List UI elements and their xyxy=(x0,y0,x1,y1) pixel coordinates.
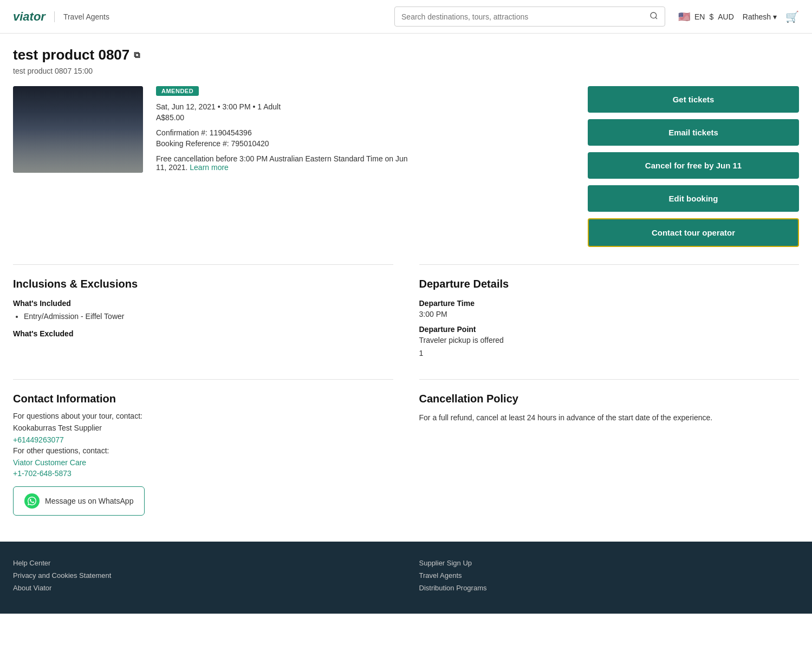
for-tour-text: For questions about your tour, contact: xyxy=(13,412,393,420)
svg-point-0 xyxy=(651,12,657,18)
footer: Help Center Privacy and Cookies Statemen… xyxy=(0,542,812,614)
confirmation-number: Confirmation #: 1190454396 xyxy=(156,128,575,137)
page-title-area: test product 0807 ⧉ xyxy=(13,47,799,63)
language-label: EN xyxy=(694,12,705,21)
excluded-label: What's Excluded xyxy=(13,329,393,338)
flag-icon: 🇺🇸 xyxy=(678,11,690,23)
action-buttons: Get tickets Email tickets Cancel for fre… xyxy=(588,86,799,247)
cart-icon[interactable]: 🛒 xyxy=(785,10,799,23)
main-content: test product 0807 ⧉ test product 0807 15… xyxy=(0,34,812,516)
info-grid: Inclusions & Exclusions What's Included … xyxy=(13,264,799,362)
booking-date: Sat, Jun 12, 2021 • 3:00 PM • 1 Adult xyxy=(156,102,575,111)
user-menu[interactable]: Rathesh ▾ xyxy=(743,12,777,21)
header-right: 🇺🇸 EN $ AUD Rathesh ▾ 🛒 xyxy=(678,10,799,23)
booking-image xyxy=(13,86,143,173)
booking-section: AMENDED Sat, Jun 12, 2021 • 3:00 PM • 1 … xyxy=(13,86,799,247)
reference-value: 795010420 xyxy=(231,139,269,148)
confirmation-label: Confirmation #: xyxy=(156,128,207,137)
learn-more-link[interactable]: Learn more xyxy=(190,163,229,172)
inclusions-column: Inclusions & Exclusions What's Included … xyxy=(13,264,393,362)
for-other-text: For other questions, contact: xyxy=(13,446,393,455)
cancellation-policy-text: For a full refund, cancel at least 24 ho… xyxy=(419,412,800,424)
cancel-button[interactable]: Cancel for free by Jun 11 xyxy=(588,152,799,179)
logo-divider xyxy=(54,11,55,22)
search-input[interactable] xyxy=(401,12,649,21)
page-subtitle: test product 0807 15:00 xyxy=(13,67,799,75)
currency-symbol: $ xyxy=(709,12,713,21)
user-name: Rathesh xyxy=(743,12,771,21)
chevron-down-icon: ▾ xyxy=(773,12,777,21)
footer-link-about[interactable]: About Viator xyxy=(13,584,393,592)
contact-info-section: Contact Information For questions about … xyxy=(13,379,393,516)
booking-reference: Booking Reference #: 795010420 xyxy=(156,139,575,148)
footer-grid: Help Center Privacy and Cookies Statemen… xyxy=(13,559,799,596)
booking-left: AMENDED Sat, Jun 12, 2021 • 3:00 PM • 1 … xyxy=(13,86,575,247)
reference-label: Booking Reference #: xyxy=(156,139,229,148)
included-list: Entry/Admission - Eiffel Tower xyxy=(13,312,393,321)
footer-left: Help Center Privacy and Cookies Statemen… xyxy=(13,559,393,596)
footer-link-privacy[interactable]: Privacy and Cookies Statement xyxy=(13,571,393,580)
currency-label: AUD xyxy=(718,12,734,21)
footer-link-travel-agents[interactable]: Travel Agents xyxy=(419,571,800,580)
inclusions-title: Inclusions & Exclusions xyxy=(13,278,393,290)
departure-time-value: 3:00 PM xyxy=(419,310,800,318)
contact-operator-button[interactable]: Contact tour operator xyxy=(588,218,799,247)
search-bar[interactable] xyxy=(394,6,665,27)
room-visual xyxy=(13,86,143,173)
booking-details: AMENDED Sat, Jun 12, 2021 • 3:00 PM • 1 … xyxy=(156,86,575,247)
amended-badge: AMENDED xyxy=(156,86,199,96)
logo-area: viator Travel Agents xyxy=(13,10,109,24)
edit-booking-button[interactable]: Edit booking xyxy=(588,185,799,212)
booking-price: A$85.00 xyxy=(156,113,575,122)
whatsapp-button[interactable]: Message us on WhatsApp xyxy=(13,486,145,516)
departure-title: Departure Details xyxy=(419,278,800,290)
footer-link-supplier[interactable]: Supplier Sign Up xyxy=(419,559,800,567)
contact-title: Contact Information xyxy=(13,393,393,405)
cancellation-notice: Free cancellation before 3:00 PM Austral… xyxy=(156,154,416,172)
whatsapp-icon xyxy=(24,493,40,509)
departure-point-extra: 1 xyxy=(419,349,800,357)
footer-right: Supplier Sign Up Travel Agents Distribut… xyxy=(419,559,800,596)
footer-link-help[interactable]: Help Center xyxy=(13,559,393,567)
list-item: Entry/Admission - Eiffel Tower xyxy=(24,312,393,321)
departure-point-value: Traveler pickup is offered xyxy=(419,336,800,344)
supplier-phone-link[interactable]: +61449263077 xyxy=(13,435,393,444)
supplier-name: Kookaburras Test Supplier xyxy=(13,424,393,432)
svg-line-1 xyxy=(655,17,657,19)
get-tickets-button[interactable]: Get tickets xyxy=(588,86,799,113)
departure-point-label: Departure Point xyxy=(419,325,800,334)
included-label: What's Included xyxy=(13,299,393,308)
search-icon xyxy=(649,11,658,22)
cancellation-section: Cancellation Policy For a full refund, c… xyxy=(419,379,800,516)
confirmation-value: 1190454396 xyxy=(210,128,252,137)
departure-time-label: Departure Time xyxy=(419,299,800,308)
footer-link-distribution[interactable]: Distribution Programs xyxy=(419,584,800,592)
page-title: test product 0807 xyxy=(13,47,129,63)
external-link-icon[interactable]: ⧉ xyxy=(134,50,140,60)
lang-currency[interactable]: 🇺🇸 EN $ AUD xyxy=(678,11,734,23)
viator-phone-link[interactable]: +1-702-648-5873 xyxy=(13,469,393,478)
cancellation-title: Cancellation Policy xyxy=(419,393,800,405)
departure-column: Departure Details Departure Time 3:00 PM… xyxy=(419,264,800,362)
logo: viator xyxy=(13,10,46,24)
second-info-grid: Contact Information For questions about … xyxy=(13,379,799,516)
brand-label: Travel Agents xyxy=(63,12,109,21)
header: viator Travel Agents 🇺🇸 EN $ AUD Rathesh… xyxy=(0,0,812,34)
email-tickets-button[interactable]: Email tickets xyxy=(588,119,799,146)
viator-care-link[interactable]: Viator Customer Care xyxy=(13,458,393,467)
whatsapp-label: Message us on WhatsApp xyxy=(45,497,133,505)
